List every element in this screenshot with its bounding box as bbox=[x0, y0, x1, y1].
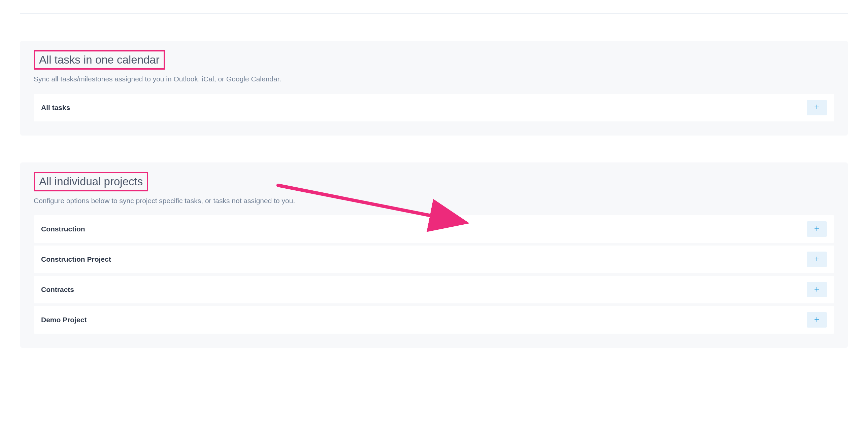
item-label: Construction Project bbox=[41, 255, 111, 263]
add-button-contracts[interactable] bbox=[807, 282, 827, 297]
item-label: Demo Project bbox=[41, 316, 87, 324]
add-button-construction[interactable] bbox=[807, 221, 827, 237]
section-header: All individual projects Configure option… bbox=[34, 172, 834, 206]
add-button-demo-project[interactable] bbox=[807, 312, 827, 328]
item-label: Construction bbox=[41, 225, 85, 233]
item-label: Contracts bbox=[41, 285, 74, 294]
plus-icon bbox=[813, 286, 820, 294]
plus-icon bbox=[813, 104, 820, 111]
section-individual-projects: All individual projects Configure option… bbox=[20, 163, 848, 348]
section-all-tasks-calendar: All tasks in one calendar Sync all tasks… bbox=[20, 41, 848, 136]
item-row-construction-project: Construction Project bbox=[34, 245, 834, 273]
item-row-all-tasks: All tasks bbox=[34, 94, 834, 122]
item-row-contracts: Contracts bbox=[34, 276, 834, 303]
item-label: All tasks bbox=[41, 104, 70, 112]
section-subtitle-individual-projects: Configure options below to sync project … bbox=[34, 196, 834, 206]
section-title-all-tasks: All tasks in one calendar bbox=[34, 50, 165, 70]
plus-icon bbox=[813, 255, 820, 263]
plus-icon bbox=[813, 316, 820, 324]
section-title-individual-projects: All individual projects bbox=[34, 172, 148, 192]
section-header: All tasks in one calendar Sync all tasks… bbox=[34, 50, 834, 84]
plus-icon bbox=[813, 225, 820, 233]
item-row-construction: Construction bbox=[34, 215, 834, 243]
item-row-demo-project: Demo Project bbox=[34, 306, 834, 334]
add-button-all-tasks[interactable] bbox=[807, 100, 827, 115]
section-subtitle-all-tasks: Sync all tasks/milestones assigned to yo… bbox=[34, 74, 834, 84]
top-divider bbox=[20, 13, 848, 14]
add-button-construction-project[interactable] bbox=[807, 251, 827, 267]
